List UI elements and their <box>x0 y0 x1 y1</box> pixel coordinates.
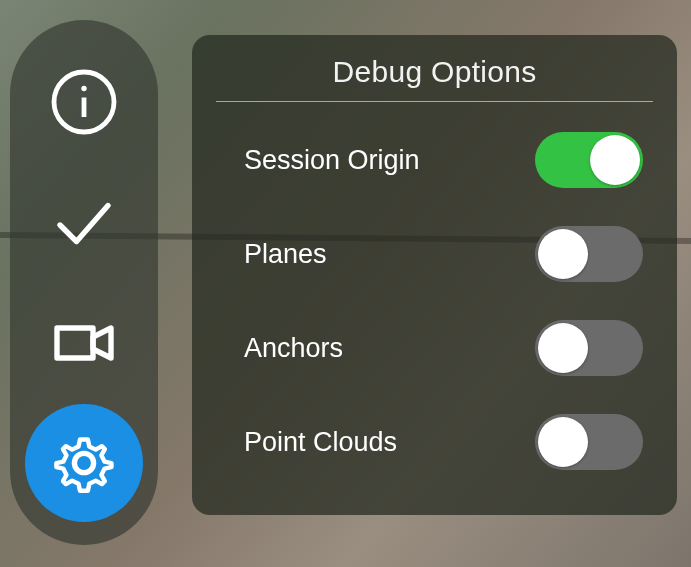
toggle-knob <box>538 323 588 373</box>
info-icon <box>48 66 120 138</box>
row-session-origin: Session Origin <box>216 132 653 188</box>
panel-title: Debug Options <box>216 55 653 102</box>
label-anchors: Anchors <box>244 333 343 364</box>
toggle-anchors[interactable] <box>535 320 643 376</box>
sidebar-item-info[interactable] <box>25 43 143 161</box>
debug-options-panel: Debug Options Session Origin Planes Anch… <box>192 35 677 515</box>
camera-icon <box>48 307 120 379</box>
sidebar-item-settings[interactable] <box>25 404 143 522</box>
toggle-point-clouds[interactable] <box>535 414 643 470</box>
toggle-planes[interactable] <box>535 226 643 282</box>
svg-rect-3 <box>57 328 93 358</box>
svg-point-1 <box>81 86 86 91</box>
label-point-clouds: Point Clouds <box>244 427 397 458</box>
gear-icon <box>48 427 120 499</box>
toggle-knob <box>538 417 588 467</box>
sidebar <box>10 20 158 545</box>
row-planes: Planes <box>216 226 653 282</box>
sidebar-item-check[interactable] <box>25 163 143 281</box>
sidebar-item-camera[interactable] <box>25 284 143 402</box>
label-planes: Planes <box>244 239 327 270</box>
row-point-clouds: Point Clouds <box>216 414 653 470</box>
svg-point-5 <box>74 453 93 472</box>
toggle-session-origin[interactable] <box>535 132 643 188</box>
toggle-knob <box>538 229 588 279</box>
toggle-knob <box>590 135 640 185</box>
row-anchors: Anchors <box>216 320 653 376</box>
label-session-origin: Session Origin <box>244 145 420 176</box>
check-icon <box>48 186 120 258</box>
